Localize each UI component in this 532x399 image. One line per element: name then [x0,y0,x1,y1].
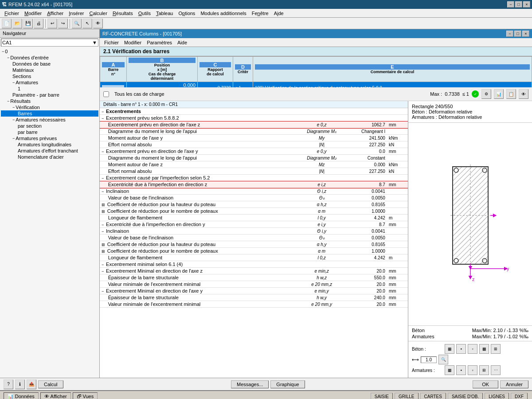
close-btn[interactable]: × [523,1,530,8]
export2-btn[interactable]: 📤 [27,379,36,389]
tab-saisie-ob[interactable]: SAISIE D'OB. [448,393,483,399]
info-btn[interactable]: ℹ [15,379,25,389]
tree-item-donnees-base[interactable]: Données de base [1,61,98,67]
arm-btn-5[interactable]: ⋯ [491,365,501,375]
save-btn[interactable]: 💾 [23,19,33,28]
beton-btn-2[interactable]: ▪ [456,344,466,354]
row-toggle[interactable]: − [102,269,104,274]
tree-item-root[interactable]: − 0 [1,48,98,55]
view-btn[interactable]: 👁 [93,19,103,28]
row-toggle[interactable]: − [102,110,104,114]
menu-modifier[interactable]: Modifier [22,10,44,17]
sub-menu-fichier[interactable]: Fichier [102,39,121,46]
graphique-btn[interactable]: Graphique [270,380,305,388]
tree-toggle[interactable]: − [12,80,15,85]
tree-toggle[interactable]: − [12,117,15,122]
table-row-1[interactable]: 0.000 CR1 - min N 0.7338 ≤ 1 100) Vérifi… [100,82,532,88]
filter-btn[interactable]: ⚙ [481,89,491,99]
tree-item-par-barre[interactable]: par barre [1,129,98,135]
beton-btn-1[interactable]: ▦ [445,344,454,354]
sub-menu-parametres[interactable]: Paramètres [144,39,175,46]
tree-item-armatures-nec[interactable]: − Armatures nécessaires [1,117,98,123]
menu-afficher[interactable]: Afficher [44,10,66,17]
tous-checkbox[interactable] [103,91,109,97]
beton-btn-4[interactable]: ▩ [479,344,489,354]
tree-toggle[interactable]: − [12,105,15,110]
tree-toggle[interactable]: − [7,55,9,60]
sub-menu-modifier[interactable]: Modifier [121,39,144,46]
arm-btn-3[interactable]: ▫ [468,365,477,375]
status-afficher[interactable]: 👁 Afficher [40,392,71,399]
arm-btn-1[interactable]: ▦ [445,365,454,375]
open-btn[interactable]: 📂 [12,19,22,28]
tree-item-verification[interactable]: − Vérification [1,104,98,110]
export-btn[interactable]: 📊 [494,89,504,99]
undo-btn[interactable]: ↩ [47,19,57,28]
tree-item-par-section[interactable]: par section [1,123,98,129]
tree-item-arm-long[interactable]: Armatures longitudinales [1,141,98,148]
tree-item-barres[interactable]: Barres [1,110,98,117]
tree-toggle[interactable]: − [12,136,15,141]
tree-toggle[interactable]: − [2,49,4,54]
menu-resultats[interactable]: Résultats [110,10,136,17]
maximize-btn[interactable]: □ [515,1,522,8]
menu-calculer[interactable]: Calculer [87,10,110,17]
menu-inserer[interactable]: Insérer [66,10,86,17]
tree-item-donnees[interactable]: − Données d'entrée [1,55,98,61]
menu-fenetre[interactable]: Fenêtre [249,10,271,17]
menu-aide[interactable]: Aide [271,10,286,17]
select-btn[interactable]: ↖ [82,19,92,28]
messages-btn[interactable]: Messages... [231,380,269,388]
print-btn[interactable]: 🖨 [34,19,43,28]
annuler-btn[interactable]: Annuler [500,380,528,388]
arm-btn-2[interactable]: ▪ [456,365,466,375]
menu-options[interactable]: Options [176,10,198,17]
beton-btn-3[interactable]: ▫ [468,344,477,354]
tab-dxf[interactable]: DXF [511,393,528,399]
ok-btn[interactable]: OK [473,380,498,388]
sub-minimize-btn[interactable]: − [506,31,513,37]
tree-item-sections[interactable]: Sections [1,73,98,79]
menu-outils[interactable]: Outils [136,10,153,17]
row-toggle[interactable]: − [102,289,104,293]
sub-title-controls[interactable]: − □ × [506,31,529,37]
menu-fichier[interactable]: Fichier [2,10,22,17]
status-donnees[interactable]: 📊 Données [4,392,39,399]
sub-menu-aide[interactable]: Aide [175,39,190,46]
copy-btn[interactable]: 📋 [506,89,516,99]
sub-maximize-btn[interactable]: □ [514,31,521,37]
row-toggle[interactable]: − [102,223,104,227]
menu-modules[interactable]: Modules additionnels [198,10,249,17]
details-scroll[interactable]: − Excentrements − Excentrement prévu sel… [100,108,408,378]
redo-btn[interactable]: ↪ [58,19,68,28]
minimize-btn[interactable]: − [507,1,514,8]
row-toggle[interactable]: ⊞ [102,243,105,247]
row-toggle[interactable]: − [102,176,104,180]
calcul-btn[interactable]: Calcul [38,380,63,388]
row-toggle[interactable]: − [102,149,104,154]
row-toggle[interactable]: − [102,229,104,234]
tab-saisie[interactable]: SAISIE [371,393,393,399]
row-toggle[interactable]: − [102,189,104,194]
tree-item-armatures[interactable]: − Armatures [1,79,98,86]
menu-tableau[interactable]: Tableau [153,10,176,17]
row-toggle[interactable]: ⊞ [102,203,105,207]
view2-btn[interactable]: 👁 [519,89,528,99]
tree-item-materiaux[interactable]: Matériaux [1,67,98,73]
tree-item-parametre[interactable]: Paramètre - par barre [1,92,98,98]
tree-item-nomenclature[interactable]: Nomenclature d'acier [1,154,98,160]
tree-item-resultats[interactable]: − Résultats [1,98,98,104]
arm-btn-4[interactable]: ⊞ [479,365,489,375]
beton-btn-5[interactable]: ⊞ [491,344,501,354]
row-toggle[interactable]: − [102,262,104,267]
row-toggle[interactable]: ⊞ [102,209,105,214]
tree-item-armatures-1[interactable]: 1 [1,86,98,92]
title-bar-controls[interactable]: − □ × [507,1,530,8]
row-toggle[interactable]: ⊞ [102,249,105,254]
tab-cartes[interactable]: CARTES [420,393,446,399]
tree-toggle[interactable]: − [7,99,9,103]
sub-close-btn[interactable]: × [522,31,529,37]
zoom-btn[interactable]: 🔍 [72,19,82,28]
new-btn[interactable]: 📄 [2,19,12,28]
nav-dropdown[interactable]: CA1 ▼ [1,39,98,47]
